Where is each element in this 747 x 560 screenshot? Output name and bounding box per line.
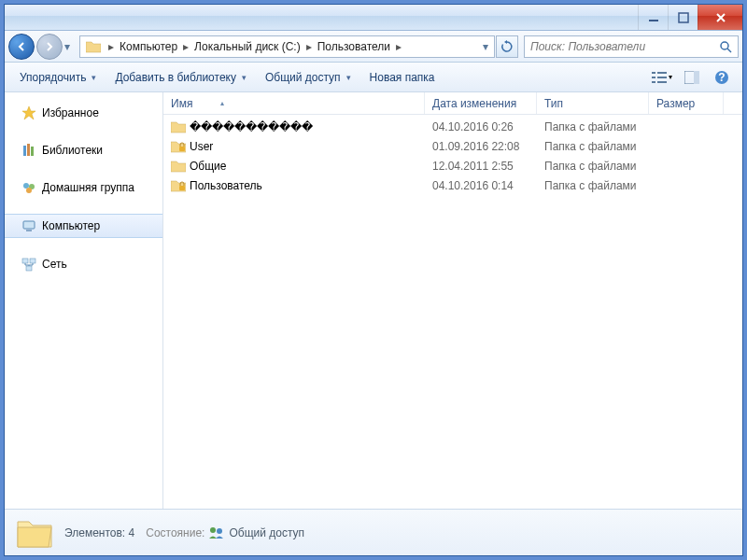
file-name: Общие <box>190 160 226 173</box>
column-name[interactable]: Имя <box>163 92 425 114</box>
minimize-button[interactable] <box>638 5 668 30</box>
file-date: 01.09.2016 22:08 <box>425 140 537 153</box>
search-icon[interactable] <box>719 40 732 53</box>
view-options-button[interactable] <box>649 66 675 89</box>
file-date: 12.04.2011 2:55 <box>425 160 537 173</box>
svg-rect-8 <box>657 81 667 83</box>
toolbar: Упорядочить Добавить в библиотеку Общий … <box>5 63 742 92</box>
svg-rect-1 <box>679 13 688 22</box>
svg-rect-13 <box>23 146 26 156</box>
breadcrumb-drive[interactable]: Локальный диск (C:) <box>192 40 303 53</box>
svg-rect-7 <box>652 81 655 83</box>
navigation-pane: Избранное Библиотеки Домашняя группа <box>5 92 163 509</box>
file-row[interactable]: Общие 12.04.2011 2:55 Папка с файлами <box>163 156 742 175</box>
svg-rect-21 <box>22 259 28 263</box>
chevron-right-icon[interactable]: ▸ <box>303 40 316 53</box>
svg-point-2 <box>721 42 728 49</box>
svg-rect-19 <box>23 221 35 229</box>
sidebar-item-favorites[interactable]: Избранное <box>5 102 162 124</box>
folder-icon <box>171 179 186 192</box>
folder-icon <box>171 140 186 153</box>
breadcrumb-users[interactable]: Пользователи <box>316 40 392 53</box>
new-folder-button[interactable]: Новая папка <box>362 67 443 88</box>
file-view: Имя Дата изменения Тип Размер ����������… <box>163 92 742 509</box>
svg-rect-0 <box>649 20 658 21</box>
svg-point-26 <box>210 527 216 533</box>
svg-rect-25 <box>179 186 185 190</box>
statusbar: Элементов: 4 Состояние: Общий доступ <box>5 509 742 555</box>
sidebar-item-homegroup[interactable]: Домашняя группа <box>5 176 162 199</box>
file-row[interactable]: ����������� 04.10.2016 0:26 Папка с файл… <box>163 117 742 136</box>
file-type: Папка с файлами <box>537 120 649 133</box>
file-row[interactable]: User 01.09.2016 22:08 Папка с файлами <box>163 136 742 156</box>
svg-point-16 <box>23 183 29 189</box>
share-menu[interactable]: Общий доступ <box>258 67 359 88</box>
folder-icon <box>171 120 186 133</box>
search-box[interactable] <box>524 35 739 58</box>
titlebar[interactable] <box>5 5 742 31</box>
file-name: ����������� <box>190 120 313 133</box>
search-input[interactable] <box>530 40 719 53</box>
refresh-button[interactable] <box>496 35 518 58</box>
file-name: Пользователь <box>190 179 262 192</box>
svg-rect-5 <box>652 77 655 78</box>
svg-rect-6 <box>657 77 667 78</box>
sidebar-label: Избранное <box>42 106 99 119</box>
column-date[interactable]: Дата изменения <box>425 92 537 114</box>
sidebar-label: Библиотеки <box>42 144 103 157</box>
column-type[interactable]: Тип <box>537 92 649 114</box>
breadcrumb-computer[interactable]: Компьютер <box>118 40 179 53</box>
sidebar-item-libraries[interactable]: Библиотеки <box>5 139 162 161</box>
maximize-button[interactable] <box>668 5 698 30</box>
organize-menu[interactable]: Упорядочить <box>12 67 104 88</box>
chevron-right-icon[interactable]: ▸ <box>105 40 118 53</box>
folder-icon <box>171 160 186 173</box>
chevron-right-icon[interactable]: ▸ <box>179 40 192 53</box>
computer-icon <box>21 218 36 233</box>
libraries-icon <box>21 143 36 158</box>
svg-rect-24 <box>179 147 185 151</box>
chevron-right-icon[interactable]: ▸ <box>392 40 405 53</box>
svg-rect-20 <box>26 230 32 231</box>
file-row[interactable]: Пользователь 04.10.2016 0:14 Папка с фай… <box>163 175 742 195</box>
sidebar-label: Домашняя группа <box>42 181 134 194</box>
explorer-window: ▾ ▸ Компьютер ▸ Локальный диск (C:) ▸ По… <box>4 4 743 556</box>
homegroup-icon <box>21 180 36 195</box>
star-icon <box>21 105 36 120</box>
svg-text:?: ? <box>718 71 725 84</box>
folder-icon <box>16 516 53 550</box>
include-in-library-menu[interactable]: Добавить в библиотеку <box>107 67 254 88</box>
svg-rect-10 <box>694 71 699 84</box>
sidebar-item-computer[interactable]: Компьютер <box>5 214 162 238</box>
breadcrumb[interactable]: ▸ Компьютер ▸ Локальный диск (C:) ▸ Поль… <box>79 35 495 58</box>
close-button[interactable] <box>698 5 742 30</box>
file-date: 04.10.2016 0:14 <box>425 179 537 192</box>
breadcrumb-dropdown[interactable]: ▾ <box>479 40 492 53</box>
content-area: Избранное Библиотеки Домашняя группа <box>5 92 742 509</box>
preview-pane-button[interactable] <box>679 66 705 89</box>
file-type: Папка с файлами <box>537 179 649 192</box>
column-headers: Имя Дата изменения Тип Размер <box>163 92 742 115</box>
file-name: User <box>190 140 213 153</box>
forward-button[interactable] <box>36 34 63 60</box>
svg-rect-14 <box>27 144 30 156</box>
svg-rect-15 <box>31 147 34 156</box>
navbar: ▾ ▸ Компьютер ▸ Локальный диск (C:) ▸ По… <box>5 31 742 63</box>
status-state-value: Общий доступ <box>229 526 304 539</box>
file-type: Папка с файлами <box>537 160 649 173</box>
file-date: 04.10.2016 0:26 <box>425 120 537 133</box>
column-size[interactable]: Размер <box>649 92 724 114</box>
back-button[interactable] <box>8 34 35 60</box>
svg-rect-22 <box>30 259 35 263</box>
network-icon <box>21 257 36 272</box>
help-button[interactable]: ? <box>709 66 735 89</box>
svg-point-27 <box>217 528 222 534</box>
status-state-label: Состояние: <box>146 526 204 539</box>
svg-rect-23 <box>26 266 32 271</box>
file-list[interactable]: ����������� 04.10.2016 0:26 Папка с файл… <box>163 115 742 509</box>
recent-dropdown[interactable]: ▾ <box>64 40 78 53</box>
sidebar-item-network[interactable]: Сеть <box>5 253 162 275</box>
folder-icon <box>86 40 101 53</box>
sidebar-label: Сеть <box>42 258 67 271</box>
svg-rect-3 <box>652 72 655 74</box>
